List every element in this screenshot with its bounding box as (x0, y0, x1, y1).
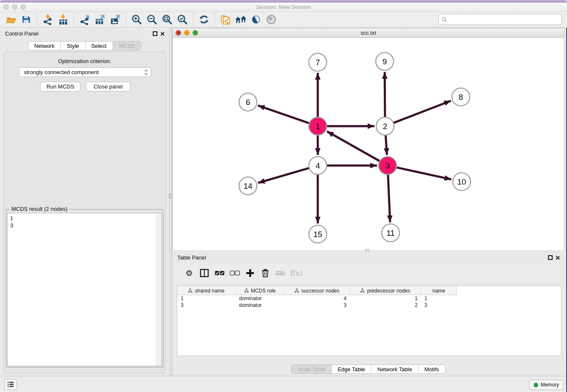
save-session-button[interactable] (19, 13, 34, 26)
vertical-splitter[interactable] (169, 28, 172, 376)
graph-edge-3-1[interactable] (327, 131, 380, 161)
graph-edge-3-10[interactable] (396, 168, 451, 179)
graph-edge-2-3[interactable] (385, 135, 387, 155)
close-panel-icon[interactable]: ✕ (160, 30, 165, 38)
tab-mcds[interactable]: MCDS (113, 41, 141, 50)
delete-column-button[interactable] (258, 267, 273, 279)
apply-style-icon (250, 14, 261, 25)
column-header-predecessor-nodes[interactable]: predecessor nodes (350, 286, 421, 295)
table-cell: 3 (421, 302, 457, 309)
graph-node-label: 8 (459, 93, 463, 102)
open-file-button[interactable] (3, 13, 19, 26)
zoom-out-button[interactable] (144, 13, 160, 26)
home-button[interactable] (233, 13, 248, 26)
import-network-button[interactable] (40, 13, 55, 26)
graph-node-label: 9 (383, 57, 387, 66)
result-scrollbar[interactable] (156, 213, 162, 366)
table-row[interactable]: 1dominator411 (177, 295, 457, 302)
graph-node-label: 10 (457, 177, 466, 186)
network-canvas[interactable]: 7968124314101511 (173, 38, 564, 250)
apply-style-button[interactable] (248, 13, 264, 26)
graph-edge-2-9[interactable] (385, 72, 385, 117)
column-header-mcds-role[interactable]: MCDS role (236, 286, 284, 295)
refresh-button[interactable] (196, 13, 212, 26)
tab-network[interactable]: Network (28, 41, 61, 50)
graph-node-14[interactable]: 14 (239, 177, 257, 195)
run-mcds-button[interactable]: Run MCDS (40, 82, 80, 91)
network-titlebar: ✕ − + scc.txt (173, 28, 564, 38)
graph-node-2[interactable]: 2 (376, 117, 394, 135)
column-header-name[interactable]: name (421, 286, 457, 295)
graph-node-label: 11 (386, 229, 395, 237)
zoom-in-button[interactable] (129, 13, 144, 26)
optimization-criterion-select[interactable]: strongly connected component (19, 67, 151, 77)
import-table-icon (58, 14, 69, 25)
graph-edge-2-8[interactable] (394, 101, 451, 123)
memory-button[interactable]: Memory (529, 380, 564, 390)
float-panel-icon[interactable] (153, 31, 157, 36)
export-network-button[interactable] (77, 13, 92, 26)
table-settings-button[interactable]: ⚙ (182, 267, 197, 279)
graph-node-11[interactable]: 11 (382, 224, 399, 242)
task-history-button[interactable] (4, 379, 17, 390)
documents-share-button[interactable] (218, 13, 233, 26)
graph-node-label: 3 (385, 161, 390, 170)
tab-node-table[interactable]: Node Table (292, 365, 332, 373)
open-folder-icon (6, 14, 17, 25)
close-panel-button[interactable]: Close panel (86, 82, 130, 91)
birds-eye-button[interactable] (264, 13, 279, 26)
graph-edge-1-6[interactable] (258, 105, 309, 123)
export-image-button[interactable] (107, 13, 123, 26)
graph-node-15[interactable]: 15 (309, 225, 327, 243)
hierarchy-icon (188, 288, 193, 293)
birds-eye-icon (266, 14, 277, 25)
list-icon (7, 381, 14, 387)
create-column-button[interactable] (242, 267, 258, 279)
tab-style[interactable]: Style (61, 41, 85, 50)
graph-node-3[interactable]: 3 (379, 157, 396, 174)
graph-edge-4-14[interactable] (258, 168, 309, 183)
import-network-icon (42, 14, 53, 25)
network-title: scc.txt (173, 28, 564, 38)
mcds-result-area[interactable]: 1 3 (7, 213, 162, 366)
hierarchy-icon (295, 288, 299, 293)
zoom-selected-button[interactable] (175, 13, 190, 26)
home-icon (235, 14, 247, 25)
toolbar-separator (193, 13, 193, 26)
import-table-button[interactable] (55, 13, 71, 26)
delete-table-button[interactable] (273, 267, 288, 279)
graph-node-9[interactable]: 9 (376, 52, 394, 70)
tab-select[interactable]: Select (85, 41, 113, 50)
graph-node-6[interactable]: 6 (239, 93, 257, 111)
status-bar: Memory (0, 376, 567, 392)
graph-node-label: 1 (316, 122, 320, 131)
graph-node-7[interactable]: 7 (309, 53, 327, 71)
graph-node-8[interactable]: 8 (452, 88, 470, 106)
close-panel-icon[interactable]: ✕ (555, 254, 560, 262)
main-toolbar (0, 12, 567, 28)
function-builder-button[interactable]: f(x) (288, 267, 303, 279)
graph-node-4[interactable]: 4 (309, 157, 327, 174)
trash-icon (261, 268, 270, 278)
column-header-successor-nodes[interactable]: successor nodes (284, 286, 350, 295)
zoom-fit-button[interactable] (160, 13, 175, 26)
graph-node-label: 15 (313, 230, 322, 239)
column-header-shared-name[interactable]: shared name (177, 286, 236, 295)
graph-node-1[interactable]: 1 (309, 117, 327, 135)
select-all-columns-button[interactable] (212, 267, 227, 279)
export-table-button[interactable] (92, 13, 107, 26)
show-columns-button[interactable] (197, 267, 212, 279)
tab-edge-table[interactable]: Edge Table (332, 365, 372, 373)
unselect-all-columns-button[interactable] (227, 267, 242, 279)
graph-edge-3-11[interactable] (388, 175, 390, 222)
hierarchy-icon (360, 288, 365, 293)
unchecked-boxes-icon (230, 271, 240, 276)
table-row[interactable]: 3dominator323 (177, 302, 457, 309)
tab-network-table[interactable]: Network Table (372, 365, 418, 373)
graph-node-10[interactable]: 10 (453, 173, 471, 190)
float-panel-icon[interactable] (548, 255, 553, 260)
search-input[interactable] (447, 15, 559, 24)
network-window: ✕ − + scc.txt 7968124314101511 (172, 28, 564, 250)
refresh-icon (198, 14, 209, 25)
tab-motifs[interactable]: Motifs (418, 365, 445, 373)
